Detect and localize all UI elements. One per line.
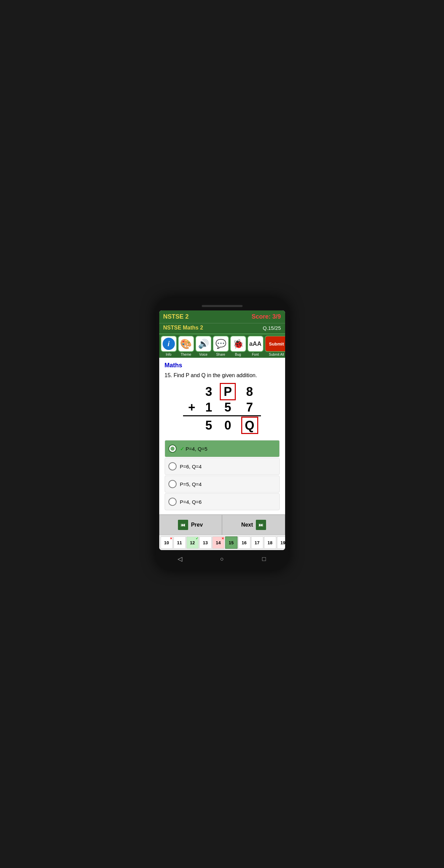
question-nav: 10 ✕ 11 12 ✓ 13 14 ✕ 15 16: [159, 535, 285, 550]
theme-icon: 🎨: [180, 338, 192, 350]
q-btn-12[interactable]: 12 ✓: [186, 536, 199, 549]
badge-12: ✓: [196, 537, 198, 540]
font-icon: aAA: [249, 340, 261, 348]
q-btn-15[interactable]: 15: [225, 536, 237, 549]
app-container: NSTSE 2 Score: 3/9 NSTSE Maths 2 Q.15/25…: [159, 310, 285, 550]
q-btn-11[interactable]: 11: [174, 536, 186, 549]
theme-label: Theme: [181, 353, 191, 356]
next-label: Next: [241, 522, 253, 528]
option-d-text: P=4, Q=6: [180, 499, 202, 505]
app-title: NSTSE 2: [163, 313, 189, 320]
home-button[interactable]: ○: [217, 554, 227, 564]
font-toolbar-item[interactable]: aAA Font: [247, 336, 264, 356]
back-button[interactable]: ◁: [175, 554, 185, 564]
share-icon: 💬: [215, 339, 226, 349]
bug-toolbar-item[interactable]: 🐞 Bug: [230, 336, 246, 356]
header-top: NSTSE 2 Score: 3/9: [159, 310, 285, 323]
info-toolbar-item[interactable]: i Info: [161, 336, 177, 356]
nav-bar: ⏮ Prev Next ⏭: [159, 514, 285, 535]
toolbar: i Info 🎨 Theme 🔊 Voice 💬 Share: [159, 334, 285, 358]
share-toolbar-item[interactable]: 💬 Share: [213, 336, 229, 356]
option-c-text: P=5, Q=4: [180, 481, 202, 487]
cell-plus: +: [183, 400, 200, 416]
phone-frame: NSTSE 2 Score: 3/9 NSTSE Maths 2 Q.15/25…: [156, 298, 289, 570]
option-a-text: P=4, Q=5: [186, 446, 208, 452]
option-c[interactable]: P=5, Q=4: [165, 476, 280, 493]
math-diagram: 3 P 8 + 1 5 7 5 0: [165, 384, 280, 433]
submit-toolbar-item[interactable]: Submit Submit All: [265, 336, 285, 356]
badge-14: ✕: [221, 537, 224, 540]
cell-res-0: 0: [217, 416, 238, 434]
voice-label: Voice: [199, 353, 207, 356]
options-container: ✓ P=4, Q=5 P=6, Q=4 P=5, Q=4 P=4, Q=6: [165, 440, 280, 510]
voice-icon: 🔊: [198, 339, 209, 349]
header-sub: NSTSE Maths 2 Q.15/25: [159, 323, 285, 334]
cell-3: 3: [200, 384, 217, 400]
cell-7: 7: [239, 400, 261, 416]
theme-button[interactable]: 🎨: [178, 336, 194, 352]
option-d[interactable]: P=4, Q=6: [165, 493, 280, 510]
font-label: Font: [252, 353, 259, 356]
cell-Q: Q: [239, 416, 261, 434]
cell-8: 8: [239, 384, 261, 400]
share-button[interactable]: 💬: [213, 336, 229, 352]
cell-1: 1: [200, 400, 217, 416]
prev-icon: ⏮: [178, 520, 188, 530]
content-area: Maths 15. Find P and Q in the given addi…: [159, 358, 285, 514]
share-label: Share: [216, 353, 225, 356]
cell-res-5: 5: [200, 416, 217, 434]
voice-button[interactable]: 🔊: [195, 336, 212, 352]
score-display: Score: 3/9: [251, 313, 281, 320]
q-btn-16[interactable]: 16: [238, 536, 250, 549]
submit-button[interactable]: Submit: [265, 336, 285, 352]
badge-10: ✕: [170, 537, 172, 540]
sub-title: NSTSE Maths 2: [163, 325, 203, 331]
prev-label: Prev: [191, 522, 203, 528]
option-a[interactable]: ✓ P=4, Q=5: [165, 440, 280, 457]
submit-all-label: Submit All: [269, 353, 284, 356]
bug-label: Bug: [235, 353, 241, 356]
q-btn-17[interactable]: 17: [251, 536, 263, 549]
cell-P: P: [217, 384, 238, 400]
section-label: Maths: [165, 362, 280, 369]
theme-toolbar-item[interactable]: 🎨 Theme: [178, 336, 194, 356]
next-icon: ⏭: [256, 520, 266, 530]
q-btn-10[interactable]: 10 ✕: [161, 536, 173, 549]
cell-empty: [183, 384, 200, 400]
voice-toolbar-item[interactable]: 🔊 Voice: [195, 336, 212, 356]
math-row-result: 5 0 Q: [183, 416, 261, 434]
info-icon: i: [163, 338, 175, 350]
bug-button[interactable]: 🐞: [230, 336, 246, 352]
info-label: Info: [166, 353, 171, 356]
option-b-text: P=6, Q=4: [180, 464, 202, 469]
math-row-1: 3 P 8: [183, 384, 261, 400]
radio-a: [168, 445, 177, 453]
q-btn-14[interactable]: 14 ✕: [212, 536, 225, 549]
cell-empty2: [183, 416, 200, 434]
submit-label: Submit: [269, 341, 284, 347]
next-button[interactable]: Next ⏭: [222, 515, 285, 535]
font-button[interactable]: aAA: [247, 336, 264, 352]
check-icon-a: ✓: [180, 446, 184, 452]
prev-button[interactable]: ⏮ Prev: [159, 515, 222, 535]
q-btn-13[interactable]: 13: [199, 536, 212, 549]
question-text: 15. Find P and Q in the given addition.: [165, 372, 280, 379]
math-row-2: + 1 5 7: [183, 400, 261, 416]
question-number: Q.15/25: [263, 325, 281, 331]
info-button[interactable]: i: [161, 336, 177, 352]
math-table: 3 P 8 + 1 5 7 5 0: [183, 384, 261, 433]
q-btn-18[interactable]: 18: [264, 536, 276, 549]
radio-b: [168, 462, 177, 470]
phone-nav-bar: ◁ ○ □: [159, 550, 285, 566]
recents-button[interactable]: □: [259, 554, 269, 564]
phone-notch: [202, 305, 243, 307]
radio-c: [168, 480, 177, 488]
bug-icon: 🐞: [233, 339, 244, 349]
radio-d: [168, 498, 177, 506]
q-btn-19[interactable]: 19: [277, 536, 285, 549]
option-b[interactable]: P=6, Q=4: [165, 458, 280, 475]
cell-5: 5: [217, 400, 238, 416]
